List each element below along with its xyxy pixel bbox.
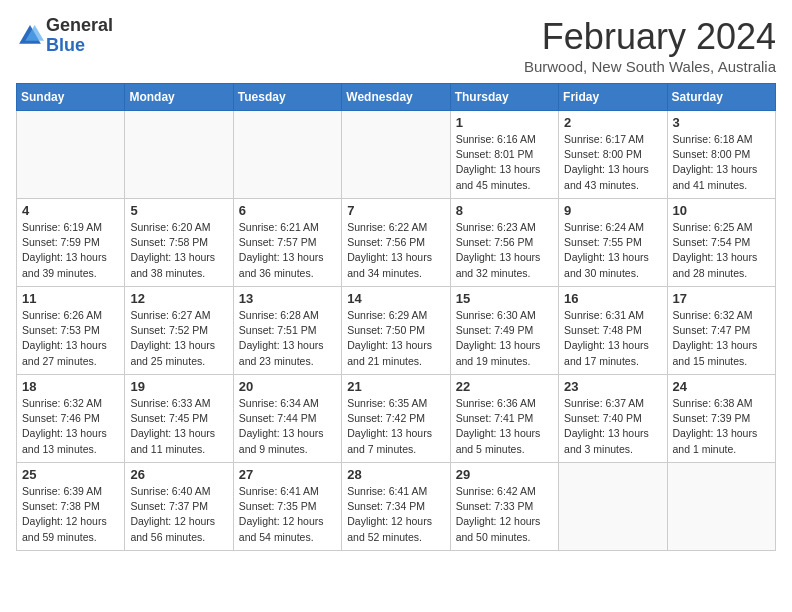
weekday-header-saturday: Saturday bbox=[667, 84, 775, 111]
weekday-header-sunday: Sunday bbox=[17, 84, 125, 111]
day-number: 29 bbox=[456, 467, 553, 482]
calendar-cell: 5Sunrise: 6:20 AM Sunset: 7:58 PM Daylig… bbox=[125, 199, 233, 287]
day-info: Sunrise: 6:22 AM Sunset: 7:56 PM Dayligh… bbox=[347, 220, 444, 281]
calendar-cell: 28Sunrise: 6:41 AM Sunset: 7:34 PM Dayli… bbox=[342, 463, 450, 551]
logo-icon bbox=[16, 22, 44, 50]
day-number: 10 bbox=[673, 203, 770, 218]
day-number: 11 bbox=[22, 291, 119, 306]
header: General Blue February 2024 Burwood, New … bbox=[16, 16, 776, 75]
day-number: 20 bbox=[239, 379, 336, 394]
main-title: February 2024 bbox=[524, 16, 776, 58]
calendar-cell: 29Sunrise: 6:42 AM Sunset: 7:33 PM Dayli… bbox=[450, 463, 558, 551]
day-info: Sunrise: 6:34 AM Sunset: 7:44 PM Dayligh… bbox=[239, 396, 336, 457]
calendar-cell: 18Sunrise: 6:32 AM Sunset: 7:46 PM Dayli… bbox=[17, 375, 125, 463]
day-info: Sunrise: 6:32 AM Sunset: 7:46 PM Dayligh… bbox=[22, 396, 119, 457]
calendar-cell bbox=[342, 111, 450, 199]
calendar-cell: 3Sunrise: 6:18 AM Sunset: 8:00 PM Daylig… bbox=[667, 111, 775, 199]
day-info: Sunrise: 6:25 AM Sunset: 7:54 PM Dayligh… bbox=[673, 220, 770, 281]
day-info: Sunrise: 6:32 AM Sunset: 7:47 PM Dayligh… bbox=[673, 308, 770, 369]
day-info: Sunrise: 6:20 AM Sunset: 7:58 PM Dayligh… bbox=[130, 220, 227, 281]
day-number: 5 bbox=[130, 203, 227, 218]
weekday-header-wednesday: Wednesday bbox=[342, 84, 450, 111]
calendar-cell: 20Sunrise: 6:34 AM Sunset: 7:44 PM Dayli… bbox=[233, 375, 341, 463]
day-info: Sunrise: 6:40 AM Sunset: 7:37 PM Dayligh… bbox=[130, 484, 227, 545]
calendar-cell: 2Sunrise: 6:17 AM Sunset: 8:00 PM Daylig… bbox=[559, 111, 667, 199]
day-number: 22 bbox=[456, 379, 553, 394]
calendar-cell: 12Sunrise: 6:27 AM Sunset: 7:52 PM Dayli… bbox=[125, 287, 233, 375]
day-info: Sunrise: 6:23 AM Sunset: 7:56 PM Dayligh… bbox=[456, 220, 553, 281]
logo-general-text: General bbox=[46, 15, 113, 35]
location-subtitle: Burwood, New South Wales, Australia bbox=[524, 58, 776, 75]
day-number: 28 bbox=[347, 467, 444, 482]
day-info: Sunrise: 6:36 AM Sunset: 7:41 PM Dayligh… bbox=[456, 396, 553, 457]
calendar-cell: 9Sunrise: 6:24 AM Sunset: 7:55 PM Daylig… bbox=[559, 199, 667, 287]
day-number: 1 bbox=[456, 115, 553, 130]
day-info: Sunrise: 6:16 AM Sunset: 8:01 PM Dayligh… bbox=[456, 132, 553, 193]
calendar-cell: 27Sunrise: 6:41 AM Sunset: 7:35 PM Dayli… bbox=[233, 463, 341, 551]
day-number: 19 bbox=[130, 379, 227, 394]
day-number: 2 bbox=[564, 115, 661, 130]
calendar-cell bbox=[667, 463, 775, 551]
day-info: Sunrise: 6:37 AM Sunset: 7:40 PM Dayligh… bbox=[564, 396, 661, 457]
calendar-cell: 1Sunrise: 6:16 AM Sunset: 8:01 PM Daylig… bbox=[450, 111, 558, 199]
calendar-cell: 14Sunrise: 6:29 AM Sunset: 7:50 PM Dayli… bbox=[342, 287, 450, 375]
day-number: 23 bbox=[564, 379, 661, 394]
day-info: Sunrise: 6:28 AM Sunset: 7:51 PM Dayligh… bbox=[239, 308, 336, 369]
calendar-cell: 6Sunrise: 6:21 AM Sunset: 7:57 PM Daylig… bbox=[233, 199, 341, 287]
calendar-cell: 25Sunrise: 6:39 AM Sunset: 7:38 PM Dayli… bbox=[17, 463, 125, 551]
day-info: Sunrise: 6:38 AM Sunset: 7:39 PM Dayligh… bbox=[673, 396, 770, 457]
day-number: 3 bbox=[673, 115, 770, 130]
day-number: 12 bbox=[130, 291, 227, 306]
day-number: 27 bbox=[239, 467, 336, 482]
weekday-header-thursday: Thursday bbox=[450, 84, 558, 111]
day-number: 25 bbox=[22, 467, 119, 482]
day-info: Sunrise: 6:35 AM Sunset: 7:42 PM Dayligh… bbox=[347, 396, 444, 457]
day-number: 16 bbox=[564, 291, 661, 306]
calendar-cell: 8Sunrise: 6:23 AM Sunset: 7:56 PM Daylig… bbox=[450, 199, 558, 287]
day-number: 7 bbox=[347, 203, 444, 218]
day-number: 6 bbox=[239, 203, 336, 218]
day-number: 24 bbox=[673, 379, 770, 394]
day-info: Sunrise: 6:41 AM Sunset: 7:35 PM Dayligh… bbox=[239, 484, 336, 545]
calendar-table: SundayMondayTuesdayWednesdayThursdayFrid… bbox=[16, 83, 776, 551]
day-number: 9 bbox=[564, 203, 661, 218]
calendar-cell: 7Sunrise: 6:22 AM Sunset: 7:56 PM Daylig… bbox=[342, 199, 450, 287]
day-info: Sunrise: 6:31 AM Sunset: 7:48 PM Dayligh… bbox=[564, 308, 661, 369]
logo-blue-text: Blue bbox=[46, 35, 85, 55]
weekday-header-friday: Friday bbox=[559, 84, 667, 111]
day-info: Sunrise: 6:39 AM Sunset: 7:38 PM Dayligh… bbox=[22, 484, 119, 545]
day-number: 26 bbox=[130, 467, 227, 482]
day-info: Sunrise: 6:29 AM Sunset: 7:50 PM Dayligh… bbox=[347, 308, 444, 369]
calendar-cell: 4Sunrise: 6:19 AM Sunset: 7:59 PM Daylig… bbox=[17, 199, 125, 287]
day-number: 14 bbox=[347, 291, 444, 306]
day-info: Sunrise: 6:24 AM Sunset: 7:55 PM Dayligh… bbox=[564, 220, 661, 281]
calendar-cell: 15Sunrise: 6:30 AM Sunset: 7:49 PM Dayli… bbox=[450, 287, 558, 375]
calendar-cell: 17Sunrise: 6:32 AM Sunset: 7:47 PM Dayli… bbox=[667, 287, 775, 375]
weekday-header-monday: Monday bbox=[125, 84, 233, 111]
calendar-cell: 21Sunrise: 6:35 AM Sunset: 7:42 PM Dayli… bbox=[342, 375, 450, 463]
calendar-cell: 26Sunrise: 6:40 AM Sunset: 7:37 PM Dayli… bbox=[125, 463, 233, 551]
day-info: Sunrise: 6:18 AM Sunset: 8:00 PM Dayligh… bbox=[673, 132, 770, 193]
day-info: Sunrise: 6:27 AM Sunset: 7:52 PM Dayligh… bbox=[130, 308, 227, 369]
day-number: 17 bbox=[673, 291, 770, 306]
calendar-cell bbox=[17, 111, 125, 199]
day-info: Sunrise: 6:17 AM Sunset: 8:00 PM Dayligh… bbox=[564, 132, 661, 193]
day-info: Sunrise: 6:41 AM Sunset: 7:34 PM Dayligh… bbox=[347, 484, 444, 545]
calendar-cell bbox=[559, 463, 667, 551]
day-info: Sunrise: 6:19 AM Sunset: 7:59 PM Dayligh… bbox=[22, 220, 119, 281]
day-number: 21 bbox=[347, 379, 444, 394]
calendar-cell: 16Sunrise: 6:31 AM Sunset: 7:48 PM Dayli… bbox=[559, 287, 667, 375]
day-info: Sunrise: 6:42 AM Sunset: 7:33 PM Dayligh… bbox=[456, 484, 553, 545]
logo: General Blue bbox=[16, 16, 113, 56]
day-number: 4 bbox=[22, 203, 119, 218]
day-number: 18 bbox=[22, 379, 119, 394]
day-info: Sunrise: 6:33 AM Sunset: 7:45 PM Dayligh… bbox=[130, 396, 227, 457]
calendar-cell bbox=[233, 111, 341, 199]
calendar-cell: 19Sunrise: 6:33 AM Sunset: 7:45 PM Dayli… bbox=[125, 375, 233, 463]
day-number: 15 bbox=[456, 291, 553, 306]
calendar-cell: 11Sunrise: 6:26 AM Sunset: 7:53 PM Dayli… bbox=[17, 287, 125, 375]
calendar-cell: 24Sunrise: 6:38 AM Sunset: 7:39 PM Dayli… bbox=[667, 375, 775, 463]
day-info: Sunrise: 6:26 AM Sunset: 7:53 PM Dayligh… bbox=[22, 308, 119, 369]
day-number: 13 bbox=[239, 291, 336, 306]
calendar-cell: 13Sunrise: 6:28 AM Sunset: 7:51 PM Dayli… bbox=[233, 287, 341, 375]
